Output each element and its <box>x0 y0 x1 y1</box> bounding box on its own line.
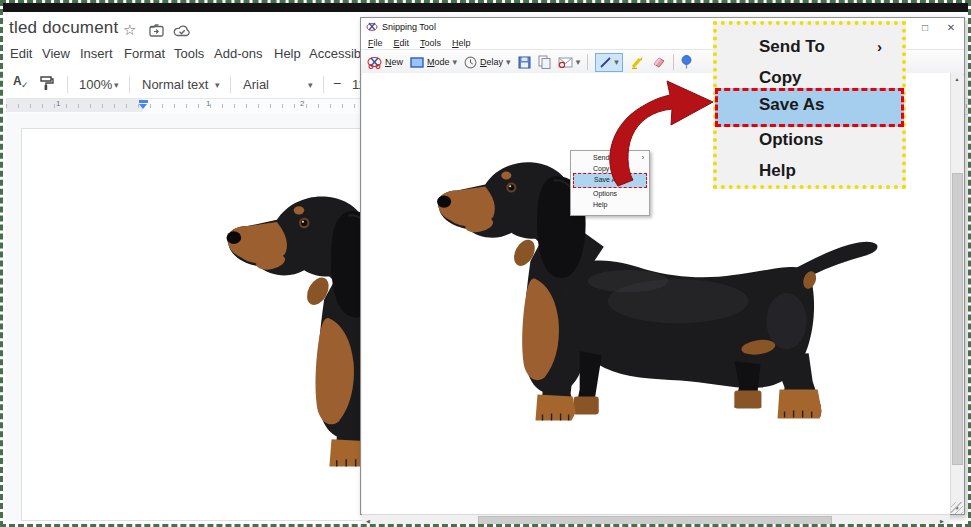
toolbar-separator <box>323 76 324 93</box>
snip-menu-tools[interactable]: Tools <box>420 38 441 48</box>
scroll-left-icon[interactable]: ◀ <box>362 515 374 527</box>
new-label: New <box>385 57 403 67</box>
toolbar-separator <box>230 76 231 93</box>
doc-title[interactable]: tled document <box>9 18 118 38</box>
chevron-down-icon: ▾ <box>215 80 220 90</box>
submenu-arrow-icon: › <box>877 38 882 55</box>
cloud-status-icon[interactable] <box>173 24 191 37</box>
mode-button[interactable]: Mode ▾ <box>410 57 457 68</box>
move-folder-icon[interactable] <box>149 24 165 37</box>
copy-icon[interactable] <box>538 55 551 69</box>
docs-menu-accessibility[interactable]: Accessibi <box>309 46 364 61</box>
eraser-icon[interactable] <box>651 56 666 68</box>
scissors-icon <box>366 21 378 33</box>
scroll-up-icon[interactable]: ▲ <box>951 73 963 85</box>
zoom-select[interactable]: 100% <box>79 77 112 92</box>
callout-options[interactable]: Options <box>759 130 823 150</box>
horizontal-scrollbar[interactable]: ◀ ▶ <box>362 514 950 527</box>
ruler-number: 2 <box>300 99 304 108</box>
ruler-number: 1 <box>56 99 60 108</box>
context-menu-help[interactable]: Help <box>593 201 607 208</box>
horizontal-scroll-thumb[interactable] <box>478 516 832 527</box>
indent-marker-triangle[interactable] <box>139 104 147 109</box>
chevron-down-icon: ▾ <box>114 80 119 90</box>
close-button[interactable]: ✕ <box>938 22 964 33</box>
docs-menu-format[interactable]: Format <box>124 46 165 61</box>
snip-menu-edit[interactable]: Edit <box>394 38 410 48</box>
chevron-down-icon: ▾ <box>453 57 458 67</box>
chevron-down-icon: ▾ <box>614 57 619 67</box>
paint-format-icon[interactable] <box>39 76 54 91</box>
docs-menu-help[interactable]: Help <box>274 46 301 61</box>
docs-menu-view[interactable]: View <box>42 46 70 61</box>
decrease-font-button[interactable]: − <box>333 75 341 91</box>
scroll-right-icon[interactable]: ▶ <box>936 515 948 527</box>
delay-button[interactable]: Delay ▾ <box>464 56 511 69</box>
pen-button-selected[interactable]: ▾ <box>595 53 623 72</box>
snip-menu-file[interactable]: File <box>368 38 383 48</box>
font-select[interactable]: Arial <box>243 77 269 92</box>
callout-help[interactable]: Help <box>759 161 796 181</box>
callout-send-to[interactable]: Send To <box>759 37 825 57</box>
toolbar-separator <box>129 76 130 93</box>
red-annotation-arrow <box>591 78 721 193</box>
vertical-scroll-thumb[interactable] <box>952 173 963 465</box>
screenshot-frame: tled document ☆ Edit View Insert Format … <box>0 0 971 527</box>
mode-icon <box>410 57 424 68</box>
docs-menu-edit[interactable]: Edit <box>10 46 32 61</box>
callout-save-as-highlighted[interactable]: Save As <box>715 88 904 127</box>
snip-menu-help[interactable]: Help <box>452 38 471 48</box>
callout-copy[interactable]: Copy <box>759 68 802 88</box>
top-black-bar <box>3 3 968 12</box>
chevron-down-icon: ▾ <box>576 57 581 67</box>
highlighter-icon[interactable] <box>630 56 644 69</box>
callout-menu: Send To › Copy Save As Options Help <box>713 21 906 189</box>
chevron-down-icon: ▾ <box>506 57 511 67</box>
pin-icon[interactable] <box>681 55 692 69</box>
paragraph-style-select[interactable]: Normal text <box>142 77 208 92</box>
docs-menu-insert[interactable]: Insert <box>80 46 113 61</box>
save-as-label: Save As <box>759 95 825 115</box>
toolbar-separator <box>67 76 68 93</box>
scissors-new-icon <box>367 55 382 69</box>
clock-icon <box>464 56 477 69</box>
star-icon[interactable]: ☆ <box>123 21 136 39</box>
envelope-icon <box>558 57 573 68</box>
new-snip-button[interactable]: New <box>367 55 403 69</box>
maximize-button[interactable]: □ <box>912 22 938 33</box>
indent-marker-bar[interactable] <box>139 100 148 103</box>
delay-label: Delay <box>480 57 503 67</box>
ruler-number: 1 <box>206 99 210 108</box>
docs-menu-addons[interactable]: Add-ons <box>214 46 262 61</box>
email-button[interactable]: ▾ <box>558 57 581 68</box>
toolbar-separator <box>673 54 674 70</box>
save-icon[interactable] <box>518 56 531 69</box>
vertical-scrollbar[interactable]: ▲ ▼ <box>950 73 963 514</box>
resize-grip[interactable] <box>951 502 963 514</box>
spellcheck-icon[interactable]: A ✓ <box>13 74 31 92</box>
mode-label: Mode <box>427 57 450 67</box>
pen-icon <box>599 56 612 69</box>
docs-menu-tools[interactable]: Tools <box>174 46 204 61</box>
toolbar-separator <box>587 54 588 70</box>
chevron-down-icon: ▾ <box>308 80 313 90</box>
